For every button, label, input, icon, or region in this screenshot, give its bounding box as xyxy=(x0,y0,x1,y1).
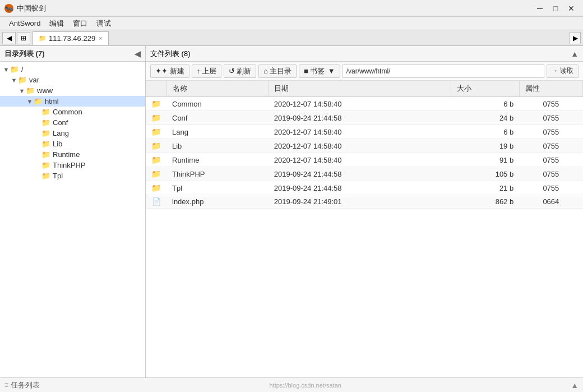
row-name-cell: ThinkPHP xyxy=(166,167,269,181)
row-name-cell: index.php xyxy=(166,195,269,209)
tree-toggle[interactable]: ▼ xyxy=(26,98,34,105)
folder-icon: 📁 xyxy=(34,97,43,105)
up-icon: ↑ xyxy=(197,67,201,75)
right-panel: 文件列表 (8) ▲ ✦ ✦ 新建 ↑ 上层 ↺ 刷新 ⌂ 主目录 ■ xyxy=(146,46,583,377)
close-button[interactable]: ✕ xyxy=(564,2,579,15)
tree-label: Tpl xyxy=(53,172,63,180)
nav-home-button[interactable]: ⊞ xyxy=(17,32,30,44)
tree-item-html[interactable]: ▼ 📁 html xyxy=(0,96,145,107)
left-panel-title: 目录列表 (7) xyxy=(4,49,45,59)
home-button[interactable]: ⌂ 主目录 xyxy=(258,64,297,78)
row-attr-cell: 0664 xyxy=(519,195,582,209)
tree-item-var[interactable]: ▼ 📁 var xyxy=(0,75,145,85)
menu-antsword[interactable]: AntSword xyxy=(4,18,45,29)
bookmark-label: 书签 xyxy=(310,66,325,76)
table-row[interactable]: 📁 Common 2020-12-07 14:58:40 6 b 0755 xyxy=(146,97,583,111)
menu-debug[interactable]: 调试 xyxy=(92,17,115,30)
left-panel-collapse[interactable]: ◀ xyxy=(135,49,141,58)
new-button[interactable]: ✦ ✦ 新建 xyxy=(150,64,189,78)
row-attr-cell: 0755 xyxy=(519,125,582,139)
row-icon-cell: 📁 xyxy=(146,181,166,195)
tree-item-tpl[interactable]: 📁 Tpl xyxy=(0,170,145,181)
right-panel-collapse[interactable]: ▲ xyxy=(571,49,579,58)
folder-icon: 📁 xyxy=(18,76,27,84)
row-attr-cell: 0755 xyxy=(519,181,582,195)
table-row[interactable]: 📁 ThinkPHP 2019-09-24 21:44:58 105 b 075… xyxy=(146,167,583,181)
row-attr-cell: 0755 xyxy=(519,167,582,181)
row-icon-cell: 📁 xyxy=(146,139,166,153)
table-row[interactable]: 📁 Conf 2019-09-24 21:44:58 24 b 0755 xyxy=(146,111,583,125)
tree-item-conf[interactable]: 📁 Conf xyxy=(0,117,145,128)
table-row[interactable]: 📄 index.php 2019-09-24 21:49:01 862 b 06… xyxy=(146,195,583,209)
home-icon: ⌂ xyxy=(263,67,268,75)
row-size-cell: 19 b xyxy=(451,139,520,153)
app-title: 中国蚁剑 xyxy=(17,3,533,13)
tree-item-root[interactable]: ▼ 📁 / xyxy=(0,64,145,75)
tree-item-runtime[interactable]: 📁 Runtime xyxy=(0,149,145,160)
task-list-label[interactable]: ≡ 任务列表 xyxy=(4,380,40,390)
tree-label: www xyxy=(37,86,53,95)
tree-item-common[interactable]: 📁 Common xyxy=(0,107,145,117)
row-date-cell: 2019-09-24 21:44:58 xyxy=(269,167,451,181)
read-button[interactable]: → 读取 xyxy=(547,64,579,78)
table-row[interactable]: 📁 Tpl 2019-09-24 21:44:58 21 b 0755 xyxy=(146,181,583,195)
file-icon: 📄 xyxy=(152,197,161,206)
tree-toggle[interactable]: ▼ xyxy=(10,77,18,84)
col-size-header[interactable]: 大小 xyxy=(451,81,520,97)
row-attr-cell: 0755 xyxy=(519,111,582,125)
tab-bar: ◀ ⊞ 📁 111.73.46.229 × ▶ xyxy=(0,30,583,46)
tree-label: Lang xyxy=(53,129,69,137)
col-attr-header[interactable]: 属性 xyxy=(519,81,582,97)
menu-window[interactable]: 窗口 xyxy=(68,17,92,30)
folder-icon: 📁 xyxy=(151,113,161,122)
row-name-cell: Common xyxy=(166,97,269,111)
tree-label: Runtime xyxy=(53,150,80,159)
home-label: 主目录 xyxy=(270,66,292,76)
bookmark-icon: ■ xyxy=(304,67,308,75)
row-icon-cell: 📁 xyxy=(146,111,166,125)
col-date-header[interactable]: 日期 xyxy=(269,81,451,97)
watermark-text: https://blog.csdn.net/satan xyxy=(269,382,341,389)
path-input[interactable] xyxy=(343,64,544,78)
tree-item-www[interactable]: ▼ 📁 www xyxy=(0,85,145,96)
table-row[interactable]: 📁 Lang 2020-12-07 14:58:40 6 b 0755 xyxy=(146,125,583,139)
right-panel-header: 文件列表 (8) ▲ xyxy=(146,46,583,62)
col-name-header[interactable]: 名称 xyxy=(166,81,269,97)
up-button[interactable]: ↑ 上层 xyxy=(192,64,222,78)
tree-item-lang[interactable]: 📁 Lang xyxy=(0,128,145,139)
maximize-button[interactable]: □ xyxy=(548,2,563,15)
tab-close-button[interactable]: × xyxy=(99,35,102,41)
file-table-body: 📁 Common 2020-12-07 14:58:40 6 b 0755 📁 … xyxy=(146,97,583,209)
refresh-icon: ↺ xyxy=(229,67,235,75)
task-bar: ≡ 任务列表 https://blog.csdn.net/satan ▲ xyxy=(0,377,583,392)
folder-icon: 📁 xyxy=(10,65,19,73)
bookmark-button[interactable]: ■ 书签 ▼ xyxy=(299,64,340,78)
minimize-button[interactable]: ─ xyxy=(533,2,547,15)
window-controls: ─ □ ✕ xyxy=(533,2,579,15)
nav-left-button[interactable]: ◀ xyxy=(2,32,16,44)
tree-label: ThinkPHP xyxy=(53,161,86,169)
tab-label: 111.73.46.229 xyxy=(49,34,95,43)
tab-connection[interactable]: 📁 111.73.46.229 × xyxy=(33,31,109,45)
tab-folder-icon: 📁 xyxy=(39,35,47,42)
tree-item-thinkphp[interactable]: 📁 ThinkPHP xyxy=(0,160,145,170)
menu-edit[interactable]: 编辑 xyxy=(45,17,68,30)
folder-icon: 📁 xyxy=(26,86,35,95)
tree-toggle[interactable]: ▼ xyxy=(18,87,26,94)
refresh-label: 刷新 xyxy=(237,66,251,76)
row-size-cell: 105 b xyxy=(451,167,520,181)
table-row[interactable]: 📁 Runtime 2020-12-07 14:58:40 91 b 0755 xyxy=(146,153,583,167)
folder-icon: 📁 xyxy=(41,172,50,180)
tree-label: Lib xyxy=(53,140,62,148)
tab-scroll-right[interactable]: ▶ xyxy=(570,32,581,44)
tree-toggle[interactable]: ▼ xyxy=(2,66,10,73)
task-expand-button[interactable]: ▲ xyxy=(571,381,579,390)
row-icon-cell: 📄 xyxy=(146,195,166,209)
left-panel-header: 目录列表 (7) ◀ xyxy=(0,46,145,62)
row-size-cell: 21 b xyxy=(451,181,520,195)
bookmark-arrow-icon: ▼ xyxy=(328,67,335,75)
table-row[interactable]: 📁 Lib 2020-12-07 14:58:40 19 b 0755 xyxy=(146,139,583,153)
tree-item-lib[interactable]: 📁 Lib xyxy=(0,139,145,149)
refresh-button[interactable]: ↺ 刷新 xyxy=(224,64,256,78)
row-name-cell: Conf xyxy=(166,111,269,125)
